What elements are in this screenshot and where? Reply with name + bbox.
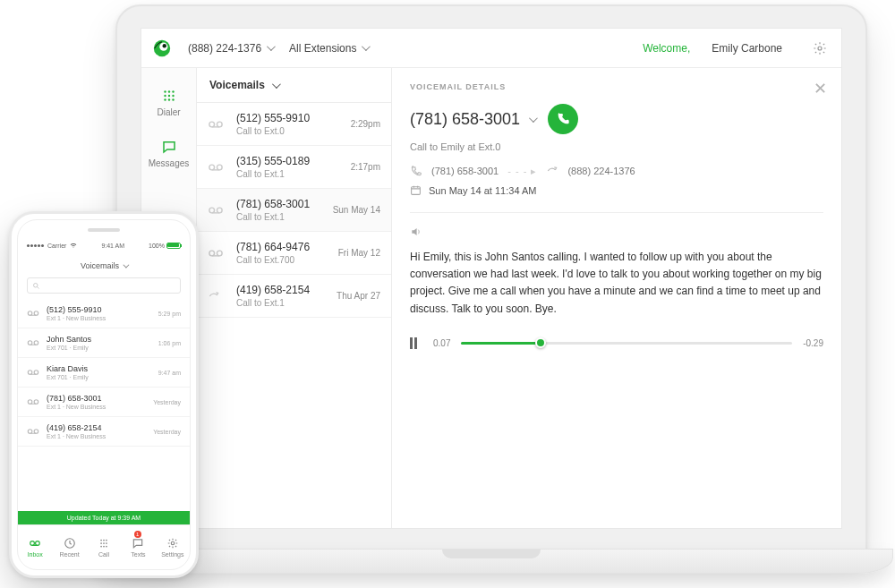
mobile-voicemail-item[interactable]: (419) 658-2154Ext 1 · New BusinessYester… <box>18 417 190 447</box>
audio-player: 0.07 -0.29 <box>410 337 823 349</box>
detail-phone-dropdown[interactable]: (781) 658-3001 <box>410 110 535 129</box>
svg-point-7 <box>164 95 166 97</box>
voicemail-icon <box>27 339 39 346</box>
mobile-item-time: 1:06 pm <box>158 340 181 346</box>
voicemail-list-item[interactable]: (781) 664-9476Call to Ext.700Fri May 12 <box>197 232 391 275</box>
voicemail-item-time: 2:29pm <box>351 119 380 129</box>
gear-icon[interactable] <box>813 41 827 55</box>
voicemail-icon <box>27 369 39 376</box>
svg-point-5 <box>167 90 169 92</box>
voicemail-list-item[interactable]: (315) 555-0189Call to Ext.12:17pm <box>197 146 391 189</box>
chevron-down-icon <box>272 80 281 89</box>
svg-point-40 <box>103 542 105 544</box>
mobile-header-label: Voicemails <box>81 261 119 270</box>
svg-point-19 <box>209 251 215 256</box>
chat-icon <box>132 537 144 550</box>
tab-settings-label: Settings <box>161 551 183 558</box>
svg-point-24 <box>34 311 38 316</box>
laptop-frame: (888) 224-1376 All Extensions Welcome, E… <box>115 4 867 550</box>
clock-icon <box>64 537 76 550</box>
voicemail-item-number: (419) 658-2154 <box>236 284 328 296</box>
mobile-search-input[interactable] <box>27 277 181 294</box>
svg-point-39 <box>100 542 102 544</box>
extensions-dropdown[interactable]: All Extensions <box>289 42 368 55</box>
nav-messages[interactable]: Messages <box>141 128 196 179</box>
mobile-voicemail-item[interactable]: Kiara DavisExt 701 · Emily9:47 am <box>18 358 190 388</box>
tab-recent-label: Recent <box>60 551 80 558</box>
seek-fill <box>461 342 541 345</box>
speaker-icon[interactable] <box>410 226 823 238</box>
battery-pct: 100% <box>149 243 165 249</box>
arrow-icon: - - - ▸ <box>507 166 537 177</box>
elapsed-time: 0.07 <box>433 338 450 348</box>
voicemail-icon <box>208 163 227 172</box>
pause-button[interactable] <box>410 337 422 349</box>
status-time: 9:41 AM <box>101 243 124 249</box>
svg-point-18 <box>217 208 222 213</box>
call-from-number: (781) 658-3001 <box>431 166 499 176</box>
mobile-voicemail-item[interactable]: (781) 658-3001Ext 1 · New BusinessYester… <box>18 388 190 417</box>
tab-call[interactable]: Call <box>87 525 121 569</box>
svg-point-6 <box>172 90 174 92</box>
svg-point-16 <box>217 165 222 170</box>
seek-knob[interactable] <box>535 337 546 348</box>
svg-point-9 <box>172 95 174 97</box>
mobile-item-title: Kiara Davis <box>47 364 151 373</box>
mobile-status-bar: Carrier 9:41 AM 100% <box>18 233 190 258</box>
mobile-item-time: 9:47 am <box>158 370 181 376</box>
mobile-item-subtitle: Ext 1 · New Business <box>47 433 146 439</box>
svg-point-4 <box>164 90 166 92</box>
tab-texts-label: Texts <box>131 551 145 558</box>
tab-recent[interactable]: Recent <box>52 525 86 569</box>
voicemail-item-time: Fri May 12 <box>338 248 380 258</box>
mobile-item-subtitle: Ext 1 · New Business <box>47 404 146 410</box>
battery-icon <box>166 243 181 249</box>
voicemail-list-item[interactable]: (419) 658-2154Call to Ext.1Thu Apr 27 <box>197 275 391 318</box>
call-flow-row: (781) 658-3001 - - - ▸ (888) 224-1376 <box>410 165 823 177</box>
svg-point-30 <box>34 400 38 405</box>
svg-point-15 <box>209 165 215 170</box>
svg-point-34 <box>36 541 40 546</box>
svg-point-23 <box>28 311 32 316</box>
mobile-voicemail-item[interactable]: John SantosExt 701 · Emily1:06 pm <box>18 328 190 358</box>
svg-point-44 <box>106 546 107 548</box>
tab-texts[interactable]: 1 Texts <box>121 525 155 569</box>
svg-point-25 <box>28 341 32 345</box>
svg-point-33 <box>30 541 35 546</box>
mobile-item-subtitle: Ext 701 · Emily <box>47 345 151 351</box>
tab-inbox[interactable]: Inbox <box>18 525 52 569</box>
welcome-label: Welcome, <box>643 42 690 55</box>
svg-point-11 <box>167 98 169 100</box>
mobile-header-dropdown[interactable]: Voicemails <box>18 258 190 276</box>
call-to-number: (888) 224-1376 <box>567 166 635 176</box>
voicemail-list-header[interactable]: Voicemails <box>197 68 391 103</box>
svg-point-8 <box>167 95 169 97</box>
tab-settings[interactable]: Settings <box>156 525 190 569</box>
voicemail-icon <box>29 537 41 550</box>
detail-subtitle: Call to Emily at Ext.0 <box>410 141 823 152</box>
detail-section-title: VOICEMAIL DETAILS <box>410 82 823 91</box>
voicemail-item-time: Thu Apr 27 <box>337 291 380 301</box>
voicemail-item-number: (512) 555-9910 <box>236 112 342 124</box>
nav-dialer-label: Dialer <box>157 107 180 117</box>
call-button[interactable] <box>548 104 578 134</box>
phone-speaker <box>88 228 120 232</box>
voicemail-item-subtitle: Call to Ext.1 <box>236 298 328 308</box>
chevron-down-icon <box>123 261 129 268</box>
laptop-notch <box>442 550 541 558</box>
seek-track[interactable] <box>461 342 792 345</box>
search-icon <box>32 282 40 290</box>
wifi-icon <box>70 242 77 249</box>
account-phone-dropdown[interactable]: (888) 224-1376 <box>188 42 273 55</box>
remaining-time: -0.29 <box>803 338 823 348</box>
chevron-down-icon <box>267 42 276 51</box>
mobile-voicemail-item[interactable]: (512) 555-9910Ext 1 · New Business5:29 p… <box>18 299 190 328</box>
nav-dialer[interactable]: Dialer <box>141 77 196 128</box>
voicemail-list-item[interactable]: (781) 658-3001Call to Ext.1Sun May 14 <box>197 189 391 232</box>
svg-point-29 <box>28 400 32 405</box>
voicemail-list-column: Voicemails (512) 555-9910Call to Ext.02:… <box>197 68 392 528</box>
chevron-down-icon <box>529 114 538 123</box>
voicemail-list-item[interactable]: (512) 555-9910Call to Ext.02:29pm <box>197 103 391 146</box>
voicemail-item-subtitle: Call to Ext.1 <box>236 169 342 179</box>
close-icon[interactable]: ✕ <box>814 79 827 98</box>
